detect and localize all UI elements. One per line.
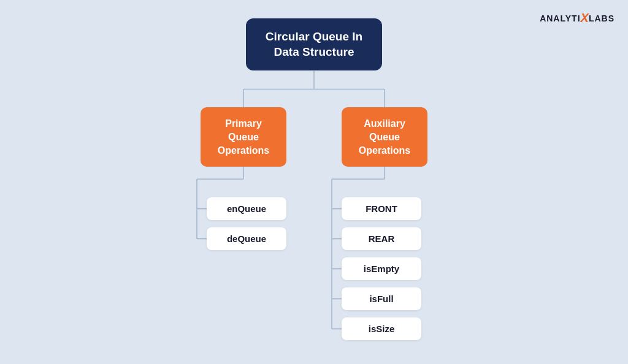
- logo-analyti-text: ANALYTI: [540, 13, 580, 23]
- leaf-isempty: isEmpty: [342, 257, 421, 280]
- leaf-dequeue: deQueue: [207, 227, 286, 250]
- logo-x-text: X: [581, 11, 589, 25]
- primary-leaf-column: enQueue deQueue: [207, 197, 286, 250]
- auxiliary-leaf-column: FRONT REAR isEmpty isFull isSize: [342, 197, 421, 340]
- primary-queue-node: PrimaryQueueOperations: [201, 107, 286, 167]
- logo: ANALYTI X LABS: [540, 11, 615, 25]
- auxiliary-queue-node: AuxiliaryQueueOperations: [342, 107, 427, 167]
- leaf-isfull: isFull: [342, 287, 421, 310]
- logo-labs-text: LABS: [589, 13, 615, 23]
- root-node: Circular Queue In Data Structure: [246, 18, 382, 70]
- leaf-issize: isSize: [342, 317, 421, 340]
- leaf-rear: REAR: [342, 227, 421, 250]
- level3-container: enQueue deQueue FRONT REAR isEmpty isFul…: [207, 197, 421, 340]
- root-line1: Circular Queue In: [266, 30, 362, 43]
- leaf-front: FRONT: [342, 197, 421, 220]
- root-line2: Data Structure: [274, 45, 354, 58]
- level2-row: PrimaryQueueOperations AuxiliaryQueueOpe…: [201, 107, 427, 167]
- diagram-container: Circular Queue In Data Structure Primary…: [0, 0, 628, 364]
- leaf-enqueue: enQueue: [207, 197, 286, 220]
